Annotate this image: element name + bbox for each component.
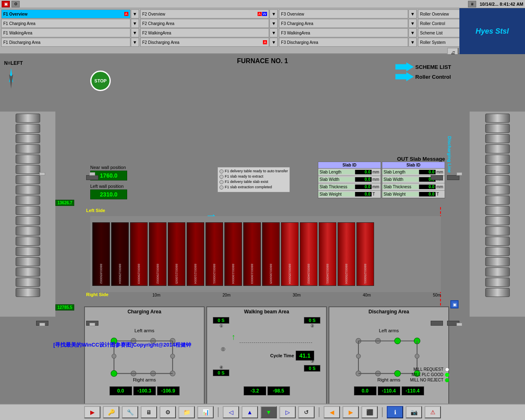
nav-down-f3-discharging[interactable]: ▼ — [409, 38, 417, 47]
tb-rotate-btn[interactable]: ↺ — [298, 406, 315, 418]
tb-right-btn[interactable]: ▷ — [279, 406, 296, 418]
nav-item-f1-charging[interactable]: F1 Charging Area ▼ — [1, 19, 139, 28]
slab-row-thickness-1: Slab Thickness 0.0 mm — [318, 183, 381, 191]
slab-id-label: 88001340001 — [326, 264, 329, 284]
tb-stop-btn[interactable]: ⬛ — [361, 406, 378, 418]
tb-tools-btn[interactable]: 🔧 — [122, 406, 138, 418]
slab-row-weight-2: Slab Weight 0.0 T — [382, 191, 445, 198]
tb-up-btn[interactable]: ▲ — [242, 406, 258, 418]
nav-down-f2-charging[interactable]: ▼ — [269, 19, 278, 28]
tb-play-btn[interactable]: ▶ — [84, 406, 100, 418]
roller-cylinder — [16, 114, 40, 123]
nav-down-f3-overview[interactable]: ▼ — [409, 9, 417, 18]
nav-item-f3-walking[interactable]: F3 WalkingArea ▼ — [279, 28, 417, 37]
tb-forward-btn[interactable]: ▶ — [342, 406, 359, 418]
left-wall-label: Left wall position — [90, 184, 127, 189]
small-indicator-1 — [39, 172, 45, 176]
nav-item-f1-discharging[interactable]: F1 Discharging Area ▼ — [1, 38, 139, 47]
nav-down-f1-discharging[interactable]: ▼ — [131, 38, 139, 47]
tb-chart-btn[interactable]: 📊 — [197, 406, 214, 418]
menu-icon[interactable]: ▣ — [2, 1, 10, 7]
tb-back-btn[interactable]: ◀ — [324, 406, 340, 418]
nav-down-f1-charging[interactable]: ▼ — [131, 19, 139, 28]
nav-down-f2-overview[interactable]: ▼ — [269, 9, 278, 18]
discharging-val-1: -110.4 — [378, 386, 400, 395]
nav-item-f2-charging[interactable]: F2 Charging Area ▼ — [140, 19, 278, 28]
nav-bar: F1 Overview A ▼ F1 Charging Area ▼ F1 Wa… — [0, 8, 525, 54]
compass-area: N=LEFT — [4, 60, 23, 90]
nav-item-f3-charging[interactable]: F3 Charging Area ▼ — [279, 19, 417, 28]
roller-cylinder — [16, 165, 40, 174]
discharging-val-2: -110.4 — [402, 386, 424, 395]
compass-arrow-svg — [4, 66, 18, 89]
nav-item-f3-discharging[interactable]: F3 Discharging Area ▼ — [279, 38, 417, 47]
check-label-2: F1 slab ready to extract — [225, 174, 263, 178]
dist-30m: 30m — [293, 293, 301, 297]
slab-row-width-1: Slab Width 0.0 mm — [318, 176, 381, 183]
nav-down-f1-overview[interactable]: ▼ — [131, 9, 139, 18]
small-indicator-4 — [89, 323, 95, 326]
nav-label-f3-overview: F3 Overview — [281, 12, 406, 16]
roller-cylinder — [485, 124, 510, 133]
slab-id-label: 88001340002 — [307, 264, 310, 284]
tb-down-btn[interactable]: ▼ — [260, 406, 277, 418]
roller-cylinder — [16, 196, 40, 205]
nav-item-f1-walking[interactable]: F1 WalkingArea ▼ — [1, 28, 139, 37]
top-bar-time: 10/14/2... 8:41:42 AM — [479, 2, 523, 7]
nav-label-f2-overview: F2 Overview — [142, 12, 258, 16]
nav-item-f2-overview[interactable]: F2 Overview A W ▼ — [140, 9, 278, 18]
nav-label-f1-overview: F1 Overview — [3, 12, 124, 16]
slab-id-label: 88001290002 — [156, 264, 160, 284]
roller-cylinder — [16, 226, 40, 235]
nav-label-f2-walking: F2 WalkingArea — [142, 31, 267, 35]
nav-item-f1-overview[interactable]: F1 Overview A ▼ — [1, 9, 139, 18]
svg-text:Right arms: Right arms — [377, 377, 400, 382]
cycle-time-display: Cycle Time 41.1 — [270, 351, 314, 361]
nav-down-f3-charging[interactable]: ▼ — [409, 19, 417, 28]
tb-gear-btn[interactable]: ⚙ — [160, 406, 176, 418]
nav-down-f2-discharging[interactable]: ▼ — [269, 38, 278, 47]
compass-label: N=LEFT — [4, 60, 23, 66]
nav-down-f3-walking[interactable]: ▼ — [409, 28, 417, 37]
nav-label-f1-discharging: F1 Discharging Area — [3, 40, 128, 45]
scheme-list-area: SCHEME LIST Roller Control — [395, 62, 451, 81]
nav-item-f3-overview[interactable]: F3 Overview ▼ — [279, 9, 417, 18]
distance-markers: 10m 20m 30m 40m 50m — [90, 293, 441, 297]
check-circle-3 — [219, 180, 224, 184]
top-bar-right: 🖥 10/14/2... 8:41:42 AM — [468, 1, 523, 7]
roller-cylinder — [485, 134, 510, 143]
tb-screen-btn[interactable]: 🖥 — [141, 406, 157, 418]
nav-label-f2-charging: F2 Charging Area — [142, 21, 267, 26]
tb-alert-btn[interactable]: ⚠ — [425, 406, 441, 418]
nav-group-f1: F1 Overview A ▼ F1 Charging Area ▼ F1 Wa… — [1, 9, 139, 52]
roller-cylinder — [16, 124, 40, 133]
roller-arrow — [395, 72, 414, 81]
slab-tables: Slab ID Slab Length 0.0 mm Slab Width 0.… — [318, 162, 445, 199]
nav-down-f1-walking[interactable]: ▼ — [131, 28, 139, 37]
tb-info-btn[interactable]: ℹ — [387, 406, 403, 418]
slab-id-label: 88001210004 — [194, 264, 197, 284]
slab-item: 88001340002 — [300, 222, 317, 286]
settings-icon[interactable]: ⚙ — [11, 1, 20, 7]
discharging-area-title: Discharging Area — [331, 309, 447, 315]
tb-folder-btn[interactable]: 📁 — [178, 406, 195, 418]
tb-key-btn[interactable]: 🔑 — [103, 406, 119, 418]
slab-item: 88001290004 — [111, 222, 129, 286]
nav-label-f3-discharging: F3 Discharging Area — [281, 40, 406, 45]
roller-cylinder — [16, 216, 40, 225]
nav-down-f2-walking[interactable]: ▼ — [269, 28, 278, 37]
delivery-checks: F1 delivery table ready to auto transfer… — [217, 167, 290, 192]
nav-item-f2-walking[interactable]: F2 WalkingArea ▼ — [140, 28, 278, 37]
nav-item-f2-discharging[interactable]: F2 Discharging Area A ▼ — [140, 38, 278, 47]
check-item-2: F1 slab ready to extract — [219, 174, 288, 179]
green-node-dis-top — [395, 338, 401, 344]
walking-top-displays: 0 S ① 0 S ② — [209, 317, 324, 328]
roller-cylinder — [16, 155, 40, 164]
monitor-icon[interactable]: 🖥 — [468, 1, 476, 7]
right-edge-box[interactable]: ▣ — [450, 300, 459, 308]
roller-cylinder — [16, 206, 40, 215]
tb-camera-btn[interactable]: 📷 — [406, 406, 422, 418]
top-bar: ▣ ⚙ 🖥 10/14/2... 8:41:42 AM — [0, 0, 525, 8]
tb-left-btn[interactable]: ◁ — [223, 406, 239, 418]
toolbar-divider-3 — [382, 407, 383, 417]
